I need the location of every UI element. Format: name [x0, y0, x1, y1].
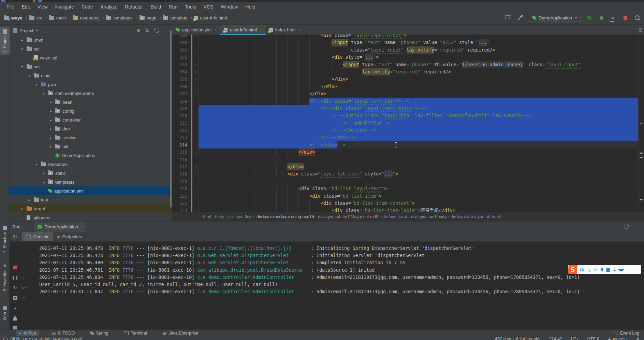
menu-refactor[interactable]: Refactor	[121, 4, 147, 10]
chevron-collapsed-icon[interactable]: ▸	[20, 207, 25, 211]
menu-window[interactable]: Window	[217, 4, 242, 10]
console-tab-console[interactable]: Console	[22, 232, 53, 241]
ime-kbd-icon[interactable]: ▦	[606, 267, 610, 272]
sidebar-tab-project[interactable]: 1: Project	[0, 27, 10, 55]
chevron-collapsed-icon[interactable]: ▸	[48, 118, 53, 122]
close-icon[interactable]: ×	[215, 27, 217, 32]
menu-analyze[interactable]: Analyze	[97, 4, 121, 10]
fold-marker-icon[interactable]: ▿	[193, 39, 199, 46]
tree-item-dao[interactable]: ▸dao	[10, 124, 172, 133]
breadcrumb-tag-div-layui-tab-layui-tab-brief[interactable]: div.layui-tab.layui-tab-brief	[451, 214, 500, 219]
sogou-logo-icon[interactable]: S	[568, 265, 577, 274]
hide-panel-icon[interactable]: —	[635, 224, 639, 229]
toolwindow-button-6-todo[interactable]: 6: TODO	[49, 330, 77, 336]
fold-marker-icon[interactable]: ▿	[193, 34, 199, 39]
gear-icon[interactable]	[154, 28, 159, 33]
run-configuration-select[interactable]: DemoApplication ▼	[529, 14, 581, 22]
ime-punct-icon[interactable]: ’,	[587, 267, 590, 272]
tree-item-sql[interactable]: ▾sql	[10, 44, 172, 53]
status-widget-lf[interactable]: LF ▴	[571, 336, 579, 340]
tree-item-application-yml[interactable]: application.yml	[10, 186, 172, 195]
rerun-icon[interactable]: ↻	[13, 233, 17, 240]
breadcrumb-item-wuye[interactable]: wuye	[4, 15, 23, 20]
menu-edit[interactable]: Edit	[18, 4, 34, 10]
breadcrumb-item-template[interactable]: template	[163, 15, 187, 20]
tree-item-test[interactable]: ▸test	[10, 195, 172, 204]
down-stack-trace-icon[interactable]: ↓	[20, 274, 27, 281]
tree-item-resources[interactable]: ▾resources	[10, 160, 172, 169]
chevron-expanded-icon[interactable]: ▾	[34, 83, 39, 86]
status-widget-4-spaces[interactable]: 4 spaces ▴	[608, 336, 628, 340]
editor-tab-index-html[interactable]: index.html×	[266, 25, 304, 34]
close-icon[interactable]: ×	[298, 27, 301, 32]
breadcrumb-item-main[interactable]: main	[49, 15, 66, 20]
breadcrumb-item-user-info-html[interactable]: user-info.html	[194, 15, 227, 20]
warning-stripe-mark[interactable]	[640, 153, 643, 154]
scroll-to-end-icon[interactable]: ≡	[20, 295, 27, 301]
menu-navigate[interactable]: Navigate	[52, 4, 78, 10]
chevron-expanded-icon[interactable]: ▾	[20, 47, 25, 51]
stop-icon[interactable]	[12, 264, 18, 271]
sidebar-tab-web[interactable]: Web	[0, 304, 10, 322]
editor-tab-application-yml[interactable]: application.yml×	[172, 25, 220, 34]
breadcrumb-tag-div-layui-card-body[interactable]: div.layui-card-body	[411, 214, 447, 219]
breadcrumb-tag-div-layui-col-sm12-layui-col-md9[interactable]: div.layui-col-sm12.layui-col-md9	[318, 214, 378, 219]
build-hammer-icon[interactable]	[517, 14, 524, 21]
coverage-button[interactable]: ▶	[610, 14, 617, 21]
fold-marker-icon[interactable]: ▿	[193, 193, 199, 200]
screenshot-icon[interactable]	[12, 295, 18, 301]
breadcrumb-tag-div-layui-row-layui-col-space15[interactable]: div.layui-row.layui-col-space15	[257, 214, 314, 219]
chevron-collapsed-icon[interactable]: ▸	[48, 109, 53, 113]
menu-view[interactable]: View	[34, 4, 52, 10]
editor-tab-user-info-html[interactable]: user-info.html×	[220, 25, 266, 34]
menu-help[interactable]: Help	[241, 4, 259, 10]
close-icon[interactable]: ×	[80, 224, 83, 229]
tree-item-util[interactable]: ▸util	[10, 142, 172, 151]
breadcrumb-tag-div-layui-fluid[interactable]: div.layui-fluid	[228, 214, 252, 219]
menu-file[interactable]: File	[3, 4, 18, 10]
breadcrumb-tag-body[interactable]: body	[215, 214, 224, 219]
collapse-all-icon[interactable]: ⇅	[145, 28, 149, 33]
add-icon[interactable]: +	[12, 305, 18, 312]
breadcrumb-tag-html[interactable]: html	[203, 214, 211, 219]
fold-marker-icon[interactable]: ▵	[193, 75, 199, 83]
fold-marker-icon[interactable]: ▵	[193, 163, 199, 170]
menu-build[interactable]: Build	[147, 4, 165, 10]
fold-marker-icon[interactable]: ▵	[193, 68, 199, 75]
project-scrollbar[interactable]	[170, 30, 172, 208]
fold-marker-icon[interactable]: ▵	[193, 148, 199, 156]
chevron-collapsed-icon[interactable]: ▸	[48, 127, 53, 131]
run-button[interactable]: ↻	[586, 14, 593, 21]
tree-item-templates[interactable]: ▸templates	[10, 178, 172, 186]
close-icon[interactable]: ×	[260, 27, 262, 32]
tree-item-src[interactable]: ▾src	[10, 62, 172, 71]
fold-marker-icon[interactable]: ▿	[193, 200, 199, 207]
menu-tools[interactable]: Tools	[181, 4, 200, 10]
fold-marker-icon[interactable]: ▵	[193, 90, 199, 97]
console-output[interactable]: 2021-07-11 20:25:06.473 INFO 7776 --- [n…	[29, 241, 644, 330]
warning-stripe-mark[interactable]	[640, 199, 643, 200]
event-log-button[interactable]: Event Log	[614, 331, 639, 336]
lock-icon[interactable]	[636, 339, 639, 340]
tree-item-bean[interactable]: ▸bean	[10, 98, 172, 107]
fold-marker-icon[interactable]: ▿	[193, 185, 199, 192]
chevron-collapsed-icon[interactable]: ▸	[41, 180, 46, 184]
chevron-down-icon[interactable]: ▼	[35, 29, 39, 32]
ime-zh-icon[interactable]: 中	[580, 266, 584, 273]
tree-item-java[interactable]: ▾java	[10, 80, 172, 89]
gear-icon[interactable]	[624, 224, 629, 229]
tree-item-controller[interactable]: ▸controller	[10, 115, 172, 124]
toolwindow-button-spring[interactable]: Spring	[88, 330, 111, 336]
chevron-expanded-icon[interactable]: ▾	[41, 91, 46, 95]
toolwindow-button-4-run[interactable]: 4: Run	[16, 330, 39, 336]
fold-marker-icon[interactable]: ▿	[193, 61, 199, 68]
hide-panel-icon[interactable]: —	[164, 28, 169, 33]
code-editor[interactable]: 199▿<div class="layui-input-block">200▿<…	[172, 34, 639, 212]
locate-file-icon[interactable]: ⊕	[137, 28, 141, 33]
project-panel-title[interactable]: Project	[19, 28, 33, 33]
status-widget-utf-8[interactable]: UTF-8	[587, 336, 599, 340]
tree-item-mvn[interactable]: ▸.mvn	[10, 36, 172, 44]
tree-item-service[interactable]: ▸service	[10, 133, 172, 142]
tree-item-config[interactable]: ▸config	[10, 107, 172, 115]
sidebar-tab-structure[interactable]: 7: Structure	[0, 224, 10, 255]
